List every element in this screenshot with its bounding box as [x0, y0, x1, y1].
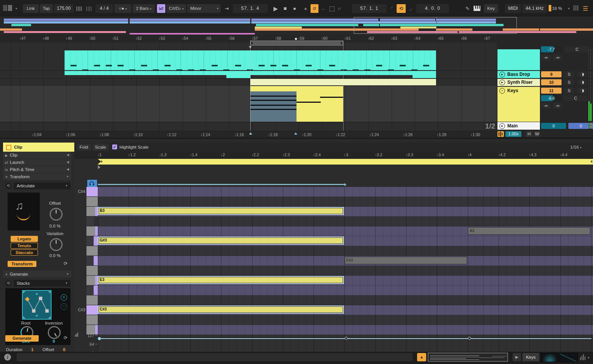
variation-knob[interactable] — [50, 238, 63, 251]
clip-keys-take-lane[interactable] — [250, 91, 296, 122]
track-title[interactable]: ▼Keys — [497, 87, 540, 122]
piano-key-white[interactable] — [86, 295, 98, 305]
mixer-chevron-icon[interactable]: ▾ — [588, 356, 589, 359]
piano-key-white[interactable] — [86, 315, 98, 325]
offset-value[interactable]: 0.0 % — [43, 224, 67, 228]
device-thumbnail[interactable] — [560, 353, 578, 362]
clip-keys-take-lane[interactable] — [296, 91, 343, 122]
section-clip[interactable]: ▶Clip◀ — [3, 152, 71, 159]
piano-key-black[interactable] — [86, 236, 94, 246]
midi-note-selected[interactable]: C#3 — [98, 306, 344, 314]
track-title[interactable]: ▶Synth Riser — [497, 79, 540, 86]
time-signature-field[interactable]: 4 / 4 — [96, 4, 113, 13]
preview-headphone-button[interactable] — [87, 179, 97, 188]
midi-channel-field[interactable]: 11 — [541, 88, 562, 94]
clip-start-marker-icon[interactable] — [98, 165, 100, 169]
automation-arm-button[interactable]: ơ — [311, 4, 318, 13]
track-fold-icon[interactable]: ▶ — [499, 80, 505, 85]
time-ruler[interactable]: 1:041:061:081:101:121:141:161:181:201:22… — [0, 131, 497, 138]
link-button[interactable]: Link — [23, 4, 39, 13]
stacks-pattern[interactable] — [22, 290, 52, 320]
grid-division-selector[interactable]: 1/16 ▾ — [570, 144, 582, 151]
draw-mode-button[interactable]: ✎ — [463, 4, 472, 13]
follow-button[interactable]: ⇥ — [222, 4, 231, 13]
transform-tool-reset-icon[interactable]: ⟲ — [5, 183, 11, 189]
arrangement-overview[interactable] — [0, 16, 593, 35]
track-header-bass-drop[interactable]: ▶Bass Drop 9 S — [497, 71, 593, 78]
speaker-button[interactable] — [577, 88, 587, 94]
scale-icon[interactable]: ♭♯ — [157, 4, 165, 13]
transform-refresh-icon[interactable]: ⟳ — [64, 261, 67, 266]
scale-fold-button[interactable]: Scale — [93, 144, 108, 151]
loop-length-field[interactable]: 4. 0. 0 — [416, 4, 449, 13]
track-title[interactable]: ▶Bass Drop — [497, 71, 540, 78]
midi-note-selected[interactable]: E3 — [98, 276, 344, 284]
cpu-chevron-icon[interactable]: ▾ — [566, 4, 571, 13]
history-back-button[interactable]: H — [526, 131, 532, 137]
playback-speed-field[interactable]: 1.00x — [505, 131, 521, 137]
transform-tool-selector[interactable]: Articulate▼ — [14, 182, 71, 189]
clip-tab[interactable]: Clip — [3, 143, 74, 152]
midi-channel-field[interactable]: 10 — [541, 79, 562, 85]
pan-field[interactable]: C — [565, 46, 590, 52]
punch-out-button[interactable]: ◞ — [406, 4, 414, 13]
midi-note-selected[interactable]: B3 — [98, 207, 344, 215]
track-fold-icon[interactable]: ▼ — [499, 88, 505, 94]
send-b-field[interactable]: -∞ — [553, 103, 562, 109]
speaker-button[interactable] — [577, 79, 587, 85]
generate-tool-reset-icon[interactable]: ⟲ — [5, 280, 11, 286]
arrangement-area[interactable]: 1/2 — [0, 42, 497, 131]
section-generate[interactable]: ✴Generate▼ — [3, 271, 71, 278]
midi-note[interactable]: F#3 — [345, 257, 467, 264]
clip-keys-title-bar[interactable] — [250, 86, 343, 91]
loop-start-field[interactable]: 57. 1. 1 — [352, 4, 387, 13]
variation-value[interactable]: 0.0 % — [43, 253, 67, 258]
cpu-load-display[interactable]: 16 % — [552, 4, 566, 13]
clip-bass-drop[interactable] — [226, 71, 250, 78]
generate-tool-selector[interactable]: Stacks▼ — [14, 280, 71, 287]
track-header-partial[interactable]: -7.7 C -∞ -∞ — [497, 49, 593, 70]
piano-key-black[interactable] — [86, 286, 94, 295]
track-title[interactable]: ▶Main — [497, 122, 540, 130]
capture-midi-button[interactable] — [329, 6, 334, 11]
volume-field[interactable]: -7.7 — [541, 46, 562, 52]
solo-button[interactable]: S — [564, 71, 574, 77]
piano-key-root[interactable] — [86, 187, 98, 197]
track-header-synth-riser[interactable]: ▶Synth Riser 10 S — [497, 79, 593, 86]
section-transform[interactable]: ✳Transform▼ — [3, 173, 71, 180]
track-color-area[interactable] — [497, 49, 540, 70]
device-thumbnail[interactable] — [541, 353, 559, 362]
loop-start-marker-icon[interactable] — [249, 132, 252, 135]
volume-field[interactable]: 0 — [541, 123, 566, 129]
key-map-button[interactable]: Key — [484, 4, 498, 13]
show-push-button[interactable]: ▲ — [417, 353, 426, 361]
play-button[interactable]: ▶ — [271, 4, 280, 13]
metronome-count-in-icon[interactable]: |||| — [85, 4, 93, 13]
piano-key-white[interactable] — [86, 226, 95, 236]
midi-channel-field[interactable]: 9 — [541, 71, 562, 77]
velocity-marker[interactable] — [468, 337, 471, 340]
track-play-icon[interactable]: ▶ — [499, 123, 505, 129]
note-grid[interactable]: C#4C#3B3G#3E3C#3F#3A3 — [74, 152, 593, 353]
gen-offset-value[interactable]: 0 — [63, 347, 65, 352]
mode-legato-button[interactable]: Legato — [11, 236, 38, 242]
scale-mode-selector[interactable]: Minor ▾ — [187, 4, 221, 13]
pan-field[interactable]: C — [564, 95, 587, 101]
window-control-icon[interactable] — [3, 5, 7, 11]
quantize-selector[interactable]: 2 Bars ▾ — [133, 4, 155, 13]
clip-bass-drop[interactable] — [413, 71, 436, 78]
punch-marker-icon[interactable] — [294, 132, 297, 135]
chevron-down-icon[interactable]: ▾ — [14, 4, 19, 13]
info-icon[interactable]: i — [4, 354, 11, 361]
stop-button[interactable]: ■ — [281, 4, 289, 13]
arrangement-position-field[interactable]: 57. 1. 4 — [233, 4, 268, 13]
beat-ruler[interactable]: 11.21.31.422.22.32.433.23.33.444.24.34.4 — [74, 152, 593, 159]
generate-refresh-icon[interactable]: ⟳ — [64, 335, 67, 340]
mode-staccato-button[interactable]: Staccato — [11, 249, 38, 256]
track-header-keys[interactable]: ▼Keys 11 S -6.6 C -∞ -∞ — [497, 87, 593, 122]
add-stack-button[interactable]: + — [61, 294, 67, 301]
track-header-main[interactable]: ▶Main 0 0 — [497, 122, 593, 130]
history-forward-button[interactable]: W — [534, 131, 540, 137]
track-fold-icon[interactable]: ▶ — [499, 72, 505, 77]
groove-selector[interactable]: ○● ▾ — [115, 4, 131, 13]
